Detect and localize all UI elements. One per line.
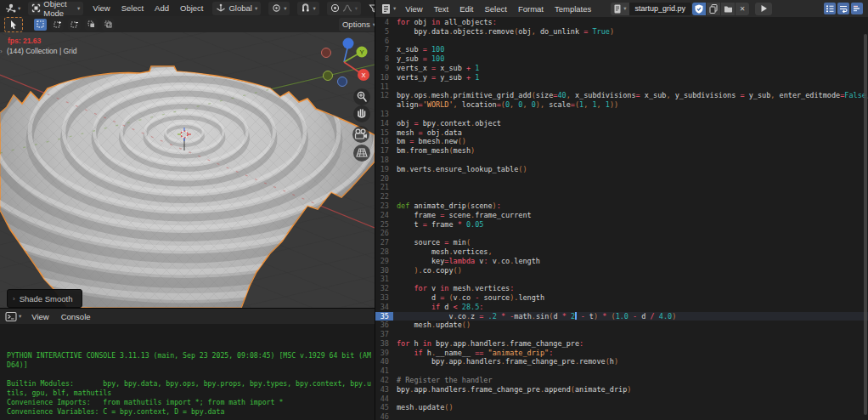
operator-panel-shade-smooth[interactable]: › Shade Smooth <box>7 289 82 308</box>
code-line[interactable]: 22 <box>375 192 868 201</box>
panel-expand-arrow[interactable]: › <box>0 48 3 55</box>
editor-menu-format[interactable]: Format <box>516 4 545 14</box>
code-line[interactable]: 6 <box>375 37 868 46</box>
toggle-line-numbers-button[interactable] <box>824 3 836 14</box>
register-shield-button[interactable] <box>692 3 706 15</box>
code-line[interactable]: 9verts_x = x_sub + 1 <box>375 64 868 73</box>
pan-hand-button[interactable] <box>353 105 370 122</box>
console-editor-type-selector[interactable]: ▾ <box>5 311 21 322</box>
gizmo-z-axis[interactable] <box>343 38 354 49</box>
code-line[interactable]: 32 for v in mesh.vertices: <box>375 284 868 293</box>
run-script-button[interactable] <box>755 3 772 15</box>
code-line[interactable]: 13 <box>375 110 868 119</box>
pivot-point-dropdown[interactable]: ▾ <box>268 2 290 15</box>
code-line[interactable]: 14obj = bpy.context.object <box>375 119 868 128</box>
text-name-field[interactable]: startup_grid.py <box>629 3 692 15</box>
code-line[interactable]: 8y_sub = 100 <box>375 54 868 64</box>
code-line[interactable]: 41 <box>375 366 868 376</box>
new-text-button[interactable] <box>707 3 720 15</box>
active-tool-tweak-button[interactable] <box>4 17 23 32</box>
toggle-grid-button[interactable] <box>353 145 370 162</box>
code-line[interactable]: 20 <box>375 174 868 184</box>
code-line[interactable]: 43bpy.app.handlers.frame_change_pre.appe… <box>375 385 868 394</box>
code-line[interactable]: 44 <box>375 394 868 404</box>
code-line[interactable]: 19bm.verts.ensure_lookup_table() <box>375 165 868 174</box>
code-line[interactable]: 15mesh = obj.data <box>375 128 868 138</box>
code-line[interactable]: 33 d = (v.co - source).length <box>375 293 868 303</box>
code-line[interactable]: 5 bpy.data.objects.remove(obj, do_unlink… <box>375 27 868 37</box>
code-line[interactable]: 37 <box>375 330 868 339</box>
mode-dropdown[interactable]: Object Mode ▾ <box>28 2 83 15</box>
code-line[interactable]: 10verts_y = y_sub + 1 <box>375 73 868 82</box>
gizmo-neg-z-axis[interactable] <box>338 77 347 87</box>
code-line[interactable]: 42# Register the handler <box>375 376 868 385</box>
select-mode-extend-button[interactable] <box>51 19 64 31</box>
viewport-canvas[interactable]: Y X <box>0 32 375 308</box>
code-text: if d < 28.5: <box>393 303 483 312</box>
code-lines[interactable]: 4for obj in all_objects:5 bpy.data.objec… <box>375 18 868 420</box>
code-line[interactable]: 38for h in bpy.app.handlers.frame_change… <box>375 339 868 349</box>
menu-select[interactable]: Select <box>120 3 145 13</box>
code-line[interactable]: 34 if d < 28.5: <box>375 303 868 312</box>
code-line[interactable]: 24 frame = scene.frame_current <box>375 211 868 220</box>
code-line[interactable]: 45mesh.update() <box>375 403 868 412</box>
select-mode-invert-button[interactable] <box>85 19 98 31</box>
menu-object[interactable]: Object <box>178 3 205 13</box>
toggle-syntax-highlight-button[interactable] <box>851 3 863 14</box>
code-line[interactable]: 26 <box>375 229 868 238</box>
gizmo-neg-y-axis[interactable] <box>324 71 333 81</box>
options-dropdown[interactable]: Options ▾ <box>339 18 375 31</box>
open-text-button[interactable] <box>721 3 735 15</box>
editor-menu-edit[interactable]: Edit <box>458 4 475 14</box>
code-line[interactable]: 16bm = bmesh.new() <box>375 137 868 146</box>
text-editor-type-selector[interactable]: ▾ <box>380 3 396 14</box>
code-line[interactable]: 36 mesh.update() <box>375 321 868 330</box>
code-line[interactable]: 4for obj in all_objects: <box>375 18 868 27</box>
gizmo-neg-x-axis[interactable] <box>322 48 331 58</box>
zoom-button[interactable] <box>353 88 370 105</box>
camera-view-button[interactable] <box>352 126 369 143</box>
code-line[interactable]: 17bm.from_mesh(mesh) <box>375 146 868 156</box>
code-line[interactable]: 11 <box>375 82 868 92</box>
select-mode-intersect-button[interactable] <box>102 19 115 31</box>
editor-menu-select[interactable]: Select <box>483 4 509 14</box>
code-line[interactable]: align='WORLD', location=(0, 0, 0), scale… <box>375 100 868 110</box>
code-line[interactable]: 46 <box>375 412 868 420</box>
select-mode-subtract-button[interactable] <box>68 19 81 31</box>
editor-menu-view[interactable]: View <box>403 4 424 14</box>
snap-controls[interactable]: ▾ <box>297 2 318 15</box>
console-menu-console[interactable]: Console <box>59 312 93 321</box>
editor-scrollbar[interactable] <box>864 34 867 415</box>
editor-menu-templates[interactable]: Templates <box>553 4 593 14</box>
code-line[interactable]: 21 <box>375 183 868 192</box>
code-line[interactable]: 23def animate_drip(scene): <box>375 201 868 211</box>
code-line[interactable]: 30 ).co.copy() <box>375 266 868 275</box>
console-menu-view[interactable]: View <box>30 312 50 321</box>
code-line[interactable]: 7x_sub = 100 <box>375 45 868 54</box>
code-line[interactable]: 40 bpy.app.handlers.frame_change_pre.rem… <box>375 357 868 366</box>
code-line[interactable]: 18 <box>375 156 868 165</box>
editor-type-selector[interactable]: ▾ <box>4 3 20 14</box>
toggle-word-wrap-button[interactable] <box>837 3 849 14</box>
proportional-editing-controls[interactable]: ▾ <box>327 2 361 15</box>
code-line[interactable]: 25 t = frame * 0.05 <box>375 220 868 230</box>
code-text: align='WORLD', location=(0, 0, 0), scale… <box>393 100 618 110</box>
code-line[interactable]: 28 mesh.vertices, <box>375 247 868 257</box>
transform-orientation-dropdown[interactable]: Global ▾ <box>212 2 261 15</box>
browse-text-button[interactable]: ▾ <box>611 3 628 15</box>
editor-menu-text[interactable]: Text <box>432 4 450 14</box>
menu-add[interactable]: Add <box>153 3 171 13</box>
python-console[interactable]: ▾ View Console PYTHON INTERACTIVE CONSOL… <box>0 309 375 420</box>
code-line[interactable]: 12bpy.ops.mesh.primitive_grid_add(size=4… <box>375 91 868 100</box>
filter-funnel-icon[interactable] <box>369 3 375 14</box>
code-line[interactable]: 29 key=lambda v: v.co.length <box>375 257 868 266</box>
menu-view[interactable]: View <box>91 3 111 13</box>
code-token: scale <box>544 100 571 109</box>
code-line[interactable]: 39 if h.__name__ == "animate_drip": <box>375 349 868 358</box>
code-line[interactable]: 31 <box>375 275 868 284</box>
select-mode-new-button[interactable] <box>34 19 47 31</box>
code-line[interactable]: 27 source = min( <box>375 238 868 247</box>
unlink-text-button[interactable]: ✕ <box>736 3 749 15</box>
code-line[interactable]: 35 v.co.z = .2 * -math.sin(d * 2 - t) * … <box>375 312 868 321</box>
shield-check-icon <box>695 4 703 14</box>
